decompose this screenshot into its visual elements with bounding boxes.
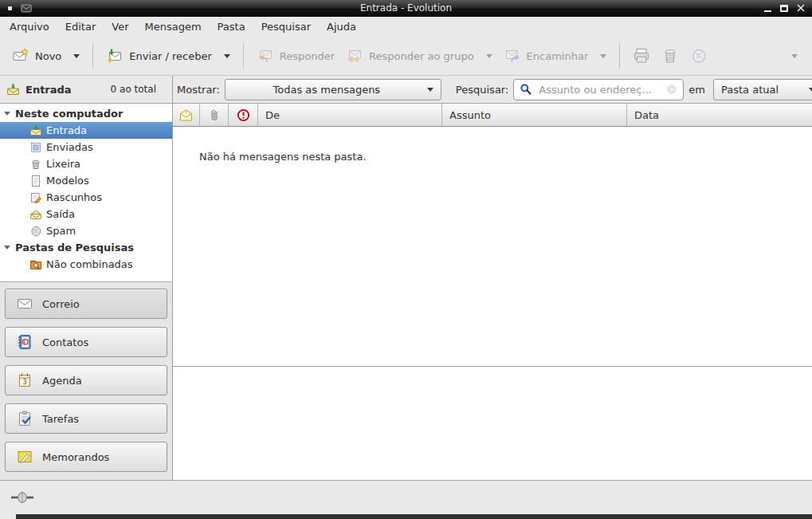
folder-item-label: Entrada [46, 124, 87, 136]
send-receive-label: Enviar / receber [129, 50, 212, 62]
message-list[interactable]: Não há mensagens nesta pasta. [173, 127, 812, 367]
inbox-icon [6, 83, 20, 96]
switcher-label: Memorandos [42, 451, 109, 463]
print-button[interactable] [627, 41, 656, 70]
switcher-label: Agenda [42, 375, 82, 387]
send-receive-dropdown-arrow-icon[interactable] [224, 54, 230, 58]
column-date-label: Data [634, 109, 659, 121]
menubar: Arquivo Editar Ver Mensagem Pasta Pesqui… [0, 17, 812, 37]
folder-item-spam[interactable]: Spam [0, 222, 172, 239]
mail-icon [16, 295, 33, 313]
junk-button[interactable] [685, 41, 713, 70]
menu-pesquisar[interactable]: Pesquisar [253, 18, 319, 35]
menu-pasta[interactable]: Pasta [210, 18, 253, 35]
menu-arquivo[interactable]: Arquivo [2, 18, 57, 35]
tree-section-local[interactable]: Neste computador [0, 105, 172, 122]
maximize-icon[interactable] [780, 5, 788, 12]
reply-group-dropdown-arrow-icon[interactable] [486, 54, 492, 58]
folder-item-rascunhos[interactable]: Rascunhos [0, 189, 172, 206]
toolbar: Novo Enviar / receber Responder Responde… [0, 37, 812, 76]
delete-button[interactable] [656, 41, 685, 70]
search-box[interactable] [513, 79, 684, 100]
column-important[interactable] [229, 104, 258, 126]
folder-item-modelos[interactable]: Modelos [0, 172, 172, 189]
expander-icon[interactable] [4, 246, 10, 250]
minimize-icon[interactable] [764, 10, 771, 12]
menu-ajuda[interactable]: Ajuda [319, 18, 364, 35]
switcher-memorandos[interactable]: Memorandos [5, 442, 167, 472]
menu-editar[interactable]: Editar [57, 18, 104, 35]
folder-item-label: Spam [46, 225, 76, 237]
menu-mensagem[interactable]: Mensagem [137, 18, 210, 35]
folder-item-label: Lixeira [46, 158, 80, 170]
search-scope-dropdown[interactable]: Pasta atual [713, 79, 812, 100]
search-input[interactable] [537, 83, 661, 96]
new-mail-icon [12, 47, 29, 65]
tree-section-search-folders[interactable]: Pastas de Pesquisas [0, 239, 172, 256]
column-attachment[interactable] [200, 104, 229, 126]
expander-icon[interactable] [4, 112, 10, 116]
print-icon [632, 46, 651, 65]
search-label: Pesquisar: [456, 84, 509, 96]
column-from[interactable]: De [258, 104, 442, 126]
switcher-tarefas[interactable]: Tarefas [5, 403, 167, 434]
folder-item-enviadas[interactable]: Enviadas [0, 139, 172, 155]
statusbar [0, 480, 812, 514]
spam-icon [29, 225, 42, 238]
forward-icon [504, 47, 521, 65]
attachment-icon [209, 108, 220, 122]
switcher-correio[interactable]: Correio [5, 289, 167, 319]
reply-button-label: Responder [280, 50, 335, 62]
clear-search-icon[interactable] [666, 84, 677, 95]
folder-item-lixeira[interactable]: Lixeira [0, 155, 172, 172]
folder-item-label: Modelos [46, 175, 89, 187]
forward-button-label: Encaminhar [527, 50, 589, 62]
forward-button[interactable]: Encaminhar [498, 41, 613, 70]
folder-item-label: Enviadas [46, 141, 93, 153]
content-area: Neste computador Entrada Enviadas Lixeir… [0, 104, 812, 480]
view-switcher: Correio Contatos 3 Agenda Tarefas [0, 282, 172, 480]
forward-dropdown-arrow-icon[interactable] [600, 54, 606, 58]
empty-folder-message: Não há mensagens nesta pasta. [173, 127, 812, 163]
show-filter-dropdown[interactable]: Todas as mensagens [225, 79, 441, 100]
desktop-panel-edge [16, 514, 812, 519]
column-read-status[interactable] [173, 104, 200, 126]
drafts-icon [29, 191, 42, 204]
folder-item-saida[interactable]: Saída [0, 206, 172, 222]
online-plug-icon[interactable] [10, 490, 34, 505]
message-list-header: De Assunto Data [173, 104, 812, 127]
calendar-icon: 3 [16, 372, 33, 389]
column-date[interactable]: Data [627, 104, 812, 126]
new-button[interactable]: Novo [6, 41, 85, 70]
close-icon[interactable] [797, 4, 805, 12]
svg-text:3: 3 [22, 379, 26, 386]
outbox-icon [29, 208, 42, 221]
search-icon [520, 83, 532, 96]
send-receive-button[interactable]: Enviar / receber [100, 41, 236, 70]
switcher-label: Correio [42, 298, 80, 310]
current-folder-label: Entrada [25, 84, 72, 96]
reply-group-button[interactable]: Responder ao grupo [340, 41, 498, 70]
chevron-down-icon [809, 88, 812, 92]
preview-pane [173, 367, 812, 479]
toolbar-separator [619, 43, 620, 69]
send-receive-icon [106, 47, 124, 65]
search-folder-icon [29, 258, 42, 271]
switcher-contatos[interactable]: Contatos [5, 327, 167, 357]
window-controls [764, 4, 812, 12]
inbox-icon [29, 124, 42, 137]
column-subject[interactable]: Assunto [442, 104, 627, 126]
show-filter-value: Todas as mensagens [233, 84, 421, 96]
folder-item-entrada[interactable]: Entrada [0, 122, 172, 139]
trash-icon [661, 46, 680, 65]
show-label: Mostrar: [177, 84, 220, 96]
toolbar-overflow-arrow-icon[interactable] [791, 54, 798, 58]
reply-button[interactable]: Responder [251, 41, 340, 70]
column-subject-label: Assunto [449, 109, 491, 121]
folder-item-nao-combinadas[interactable]: Não combinadas [0, 256, 172, 273]
message-area: De Assunto Data Não há mensagens nesta p… [173, 104, 812, 480]
switcher-agenda[interactable]: 3 Agenda [5, 365, 167, 395]
new-dropdown-arrow-icon[interactable] [73, 54, 80, 58]
switcher-label: Contatos [42, 336, 88, 348]
menu-ver[interactable]: Ver [104, 18, 136, 35]
